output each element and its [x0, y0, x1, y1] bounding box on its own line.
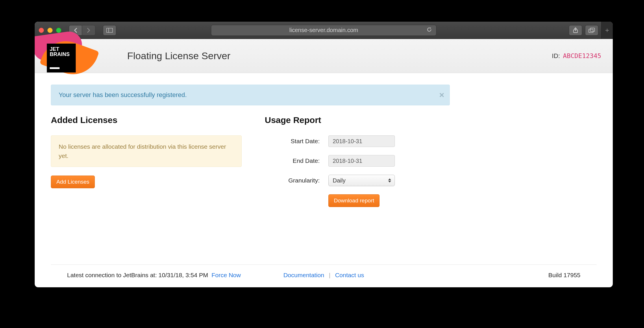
documentation-link[interactable]: Documentation	[283, 272, 324, 279]
forward-button[interactable]	[82, 25, 95, 36]
add-licenses-button[interactable]: Add Licenses	[51, 176, 95, 188]
minimize-window-button[interactable]	[47, 28, 53, 33]
granularity-value: Daily	[333, 177, 345, 184]
connection-status: Latest connection to JetBrains at: 10/31…	[67, 272, 208, 279]
close-icon[interactable]: ×	[439, 90, 444, 100]
start-date-label: Start Date:	[265, 138, 328, 145]
chevron-updown-icon	[388, 178, 391, 182]
footer-separator: |	[329, 272, 330, 279]
page-title: Floating License Server	[127, 50, 230, 62]
granularity-label: Granularity:	[265, 177, 328, 184]
licenses-empty-alert: No licenses are allocated for distributi…	[51, 135, 242, 167]
reload-icon[interactable]	[426, 27, 432, 34]
logo-text-1: JET	[50, 46, 73, 52]
download-report-button[interactable]: Download report	[328, 194, 380, 207]
logo-text-2: BRAINS	[50, 52, 73, 57]
close-window-button[interactable]	[39, 28, 44, 33]
server-id-value: ABCDE12345	[563, 52, 601, 59]
svg-rect-4	[590, 28, 595, 31]
usage-report-section: Usage Report Start Date: End Date: Granu…	[265, 115, 456, 215]
svg-rect-0	[107, 28, 113, 32]
browser-toolbar: license-server.domain.com +	[35, 22, 613, 39]
licenses-empty-text: No licenses are allocated for distributi…	[59, 143, 226, 159]
build-info: Build 17955	[548, 272, 580, 279]
server-id: ID: ABCDE12345	[552, 52, 601, 60]
success-alert-text: Your server has been successfully regist…	[59, 91, 187, 98]
usage-heading: Usage Report	[265, 115, 456, 125]
page-content: Your server has been successfully regist…	[35, 73, 613, 287]
sidebar-toggle-button[interactable]	[103, 25, 116, 36]
browser-window: license-server.domain.com +	[35, 22, 613, 287]
address-bar[interactable]: license-server.domain.com	[211, 25, 436, 36]
contact-us-link[interactable]: Contact us	[335, 272, 364, 279]
granularity-select[interactable]: Daily	[328, 175, 395, 186]
server-id-label: ID:	[552, 52, 560, 59]
force-now-link[interactable]: Force Now	[212, 272, 241, 279]
success-alert: Your server has been successfully regist…	[51, 85, 450, 105]
licenses-heading: Added Licenses	[51, 115, 242, 125]
window-controls	[39, 28, 61, 33]
maximize-window-button[interactable]	[56, 28, 61, 33]
url-text: license-server.domain.com	[289, 27, 358, 33]
end-date-label: End Date:	[265, 157, 328, 164]
jetbrains-logo: JET BRAINS	[35, 39, 95, 73]
app-header: JET BRAINS Floating License Server ID: A…	[35, 39, 613, 73]
new-tab-button[interactable]: +	[601, 22, 613, 39]
tabs-button[interactable]	[585, 25, 598, 36]
svg-rect-3	[589, 29, 593, 33]
page-footer: Latest connection to JetBrains at: 10/31…	[51, 264, 597, 287]
licenses-section: Added Licenses No licenses are allocated…	[51, 115, 242, 215]
share-button[interactable]	[569, 25, 582, 36]
start-date-input[interactable]	[328, 135, 395, 147]
end-date-input[interactable]	[328, 155, 395, 167]
